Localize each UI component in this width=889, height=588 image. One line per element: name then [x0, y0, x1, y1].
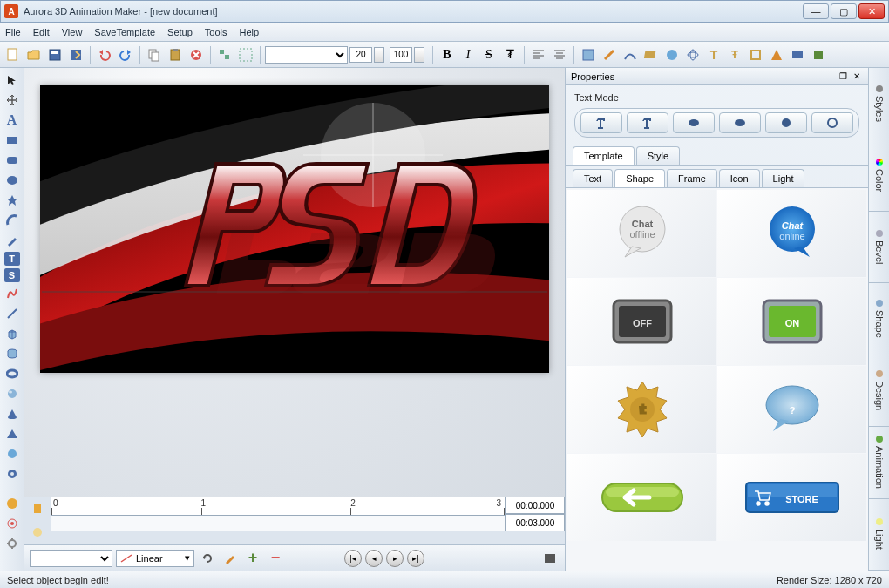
cylinder-tool[interactable]: [3, 345, 21, 362]
timeline-ruler[interactable]: 0 1 2 3: [51, 497, 506, 516]
delete-button[interactable]: [187, 45, 206, 64]
animation-select[interactable]: [30, 550, 112, 567]
curve-tool[interactable]: [3, 285, 21, 302]
obj-7-icon[interactable]: T: [704, 45, 723, 64]
arrange-button[interactable]: [215, 45, 234, 64]
ellipse-tool[interactable]: [3, 172, 21, 189]
textmode-btn-5[interactable]: [765, 112, 807, 133]
menu-savetemplate[interactable]: SaveTemplate: [94, 27, 155, 37]
new-button[interactable]: [3, 45, 23, 64]
cube-tool[interactable]: [3, 325, 21, 342]
s-tool-1[interactable]: T: [4, 252, 20, 266]
arc-tool[interactable]: [3, 212, 21, 229]
panel-close-button[interactable]: ✕: [851, 71, 863, 83]
obj-1-icon[interactable]: [579, 45, 598, 64]
loop-button[interactable]: [198, 549, 217, 568]
text-tool[interactable]: A: [3, 112, 21, 129]
goto-start-button[interactable]: |◂: [344, 550, 362, 567]
minimize-button[interactable]: —: [803, 3, 829, 19]
undo-button[interactable]: [95, 45, 114, 64]
close-button[interactable]: ✕: [858, 3, 885, 19]
key-button[interactable]: [221, 549, 240, 568]
pen-tool[interactable]: [3, 232, 21, 249]
shape-on-button[interactable]: ON: [717, 278, 866, 365]
sidetab-bevel[interactable]: Bevel: [869, 212, 889, 283]
sidetab-styles[interactable]: Styles: [869, 68, 889, 139]
select-tool[interactable]: [3, 71, 21, 89]
goto-end-button[interactable]: ▸|: [407, 550, 424, 567]
remove-key-button[interactable]: −: [266, 549, 285, 568]
sidetab-animation[interactable]: Animation: [869, 427, 889, 498]
star-tool[interactable]: [3, 192, 21, 209]
roundrect-tool[interactable]: [3, 152, 21, 169]
sidetab-light[interactable]: Light: [869, 499, 889, 571]
timeline-marker-icon[interactable]: [29, 500, 46, 517]
subtab-light[interactable]: Light: [762, 169, 805, 187]
menu-file[interactable]: File: [5, 27, 21, 37]
tab-template[interactable]: Template: [573, 146, 635, 165]
shape-arrow-pill[interactable]: [567, 454, 716, 541]
copy-button[interactable]: [145, 45, 164, 64]
sidetab-shape[interactable]: Shape: [869, 283, 889, 355]
obj-9-icon[interactable]: [746, 45, 765, 64]
text-effect-button[interactable]: ₮: [500, 45, 519, 64]
italic-button[interactable]: I: [458, 45, 478, 64]
textmode-btn-1[interactable]: [580, 112, 622, 133]
maximize-button[interactable]: ▢: [831, 3, 857, 19]
obj-2-icon[interactable]: [600, 45, 619, 64]
strikethrough-button[interactable]: S: [479, 45, 499, 64]
sidetab-color[interactable]: Color: [869, 139, 889, 211]
obj-11-icon[interactable]: [788, 45, 807, 64]
textmode-btn-3[interactable]: [673, 112, 715, 133]
menu-setup[interactable]: Setup: [167, 27, 193, 37]
menu-help[interactable]: Help: [240, 27, 260, 37]
shape-off-button[interactable]: OFF: [567, 278, 716, 365]
shape-badge-seal[interactable]: [567, 366, 716, 453]
shape-question-bubble[interactable]: ?: [717, 366, 866, 453]
s-tool-2[interactable]: S: [4, 268, 20, 282]
textmode-btn-6[interactable]: [811, 112, 853, 133]
shape-chat-online[interactable]: Chatonline: [717, 190, 866, 277]
play-button[interactable]: ▸: [386, 550, 404, 567]
subtab-shape[interactable]: Shape: [614, 169, 665, 187]
donut-tool[interactable]: [3, 465, 21, 483]
subtab-frame[interactable]: Frame: [667, 169, 717, 187]
font-size-large-spinner[interactable]: [414, 47, 424, 63]
save-as-button[interactable]: [66, 45, 85, 64]
sphere2-tool[interactable]: [3, 445, 21, 463]
obj-6-icon[interactable]: [683, 45, 702, 64]
timeline-track[interactable]: [51, 516, 506, 531]
cone-tool[interactable]: [3, 405, 21, 422]
group-button[interactable]: [236, 45, 255, 64]
snapshot-button[interactable]: [540, 549, 560, 568]
save-button[interactable]: [45, 45, 64, 64]
obj-4-icon[interactable]: [641, 45, 661, 64]
curve-type-select[interactable]: Linear ▾: [116, 550, 194, 567]
align-center-button[interactable]: [550, 45, 569, 64]
sphere-tool[interactable]: [3, 385, 21, 402]
move-tool[interactable]: [3, 91, 21, 109]
menu-tools[interactable]: Tools: [205, 27, 227, 37]
obj-10-icon[interactable]: [767, 45, 786, 64]
sidetab-design[interactable]: Design: [869, 355, 889, 427]
font-size-small-spinner[interactable]: [374, 47, 384, 63]
effect-tool[interactable]: [3, 515, 21, 532]
settings-tool[interactable]: [3, 535, 21, 552]
tab-style[interactable]: Style: [636, 146, 680, 165]
play-back-button[interactable]: ◂: [365, 550, 383, 567]
menu-edit[interactable]: Edit: [33, 27, 50, 37]
obj-8-icon[interactable]: Ŧ: [725, 45, 744, 64]
add-key-button[interactable]: +: [243, 549, 262, 568]
shape-chat-offline[interactable]: Chatoffline: [567, 190, 716, 277]
timeline-hand-icon[interactable]: [29, 524, 46, 541]
shape-store-button[interactable]: STORE: [717, 454, 866, 541]
obj-12-icon[interactable]: [809, 45, 828, 64]
subtab-text[interactable]: Text: [573, 169, 613, 187]
pyramid-tool[interactable]: [3, 425, 21, 443]
line-tool[interactable]: [3, 305, 21, 322]
obj-5-icon[interactable]: [662, 45, 682, 64]
font-size-small[interactable]: 20: [349, 47, 372, 63]
paste-button[interactable]: [166, 45, 185, 64]
bold-button[interactable]: B: [438, 45, 457, 64]
open-button[interactable]: [24, 45, 44, 64]
